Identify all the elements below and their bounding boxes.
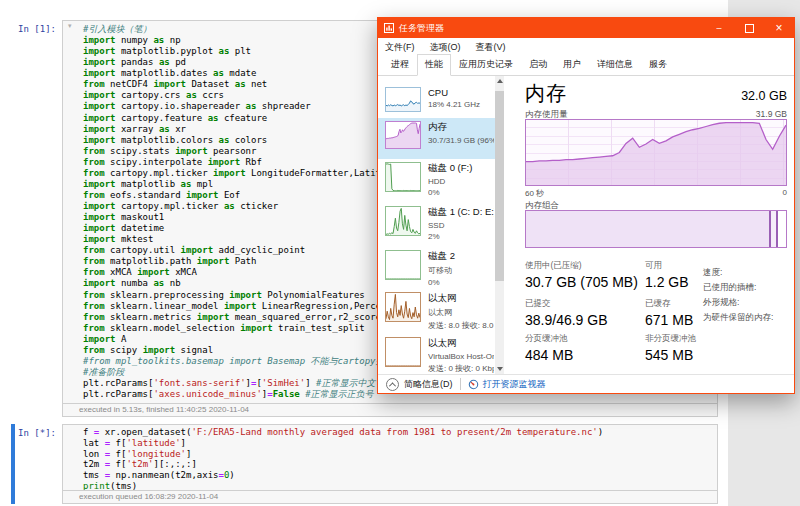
cell2-code-editor[interactable]: f = xr.open_dataset('F:/ERA5-Land monthl…: [63, 425, 717, 490]
composition-divider: [776, 211, 778, 247]
disk0-mini-graph: [386, 163, 420, 191]
cell1-exec-status: executed in 5.13s, finished 11:40:25 202…: [63, 403, 717, 416]
label-hardware-reserved: 为硬件保留的内存:: [703, 310, 773, 325]
minimize-button[interactable]: –: [704, 18, 734, 38]
scrollbar-up-arrow[interactable]: [495, 76, 504, 86]
memory-title: 内存: [525, 80, 567, 107]
disk2-mini-graph: [386, 251, 420, 279]
close-button[interactable]: ×: [764, 18, 794, 38]
details-toggle[interactable]: 简略信息(D): [404, 378, 453, 391]
code-line: lat = f['latitude']: [63, 438, 717, 449]
code-line: print(tms): [63, 481, 717, 490]
code-cell-2[interactable]: f = xr.open_dataset('F:/ERA5-Land monthl…: [62, 424, 718, 504]
label-slots-used: 已使用的插槽:: [703, 280, 773, 295]
tab-startup[interactable]: 启动: [521, 54, 555, 75]
tab-services[interactable]: 服务: [641, 54, 675, 75]
scrollbar-thumb[interactable]: [495, 91, 504, 281]
menu-file[interactable]: 文件(F): [385, 41, 415, 54]
memory-composition-bar: [525, 210, 787, 248]
memory-usage-graph: [525, 119, 787, 186]
collapse-details-icon: [386, 378, 399, 391]
sidebar-scrollbar[interactable]: [495, 76, 504, 374]
tab-performance[interactable]: 性能: [417, 54, 451, 76]
hardware-info-labels: 速度: 已使用的插槽: 外形规格: 为硬件保留的内存:: [703, 265, 773, 325]
disk1-mini-graph: [386, 207, 420, 235]
memory-panel: 内存 32.0 GB 内存使用量 31.9 GB 60 秒 0 内存组合 使用中…: [525, 76, 791, 374]
cpu-mini-graph: [386, 88, 420, 111]
resource-monitor-link[interactable]: 打开资源监视器: [483, 378, 546, 391]
cell2-prompt: In [*]:: [0, 428, 56, 438]
sidebar-item-disk0[interactable]: 磁盘 0 (F:) HDD 0%: [378, 159, 495, 203]
scrollbar-down-arrow[interactable]: [495, 364, 504, 374]
performance-sidebar: CPU 18% 4.21 GHz 内存 30.7/31.9 GB (96%) 磁…: [378, 76, 495, 374]
statusbar: 简略信息(D) 打开资源监视器: [378, 374, 794, 393]
tab-strip: 进程 性能 应用历史记录 启动 用户 详细信息 服务: [378, 56, 794, 76]
task-manager-window: 任务管理器 – × 文件(F) 选项(O) 查看(V) 进程 性能 应用历史记录…: [377, 17, 795, 394]
sidebar-item-cpu[interactable]: CPU 18% 4.21 GHz: [378, 84, 495, 118]
resource-monitor-icon: [468, 379, 479, 390]
stat-committed: 已提交 38.9/46.9 GB: [525, 298, 608, 328]
stat-paged-pool: 分页缓冲池 484 MB: [525, 333, 573, 363]
code-line: f = xr.open_dataset('F:/ERA5-Land monthl…: [63, 427, 717, 438]
titlebar[interactable]: 任务管理器 – ×: [378, 18, 794, 38]
sidebar-item-ethernet2[interactable]: 以太网 VirtualBox Host-On... 发送: 0 接收: 0 Kb…: [378, 334, 495, 374]
cell1-prompt: In [1]:: [0, 24, 56, 34]
memory-total: 32.0 GB: [741, 89, 787, 103]
app-icon: [384, 23, 394, 33]
sidebar-item-ethernet1[interactable]: 以太网 以太网 发送: 8.0 接收: 8.0 Kbps: [378, 289, 495, 334]
code-line: lon = f['longitude']: [63, 449, 717, 460]
label-form-factor: 外形规格:: [703, 295, 773, 310]
stat-non-paged-pool: 非分页缓冲池 545 MB: [645, 333, 696, 363]
graph-axis-right: 0: [783, 188, 787, 197]
graph-axis-left: 60 秒: [525, 188, 544, 199]
sidebar-item-disk2[interactable]: 磁盘 2 可移动 0%: [378, 247, 495, 289]
sidebar-item-memory[interactable]: 内存 30.7/31.9 GB (96%): [378, 118, 495, 159]
code-line: tms = np.nanmean(t2m,axis=0): [63, 470, 717, 481]
maximize-button[interactable]: [734, 18, 764, 38]
tab-processes[interactable]: 进程: [383, 54, 417, 75]
composition-in-use: [526, 211, 769, 247]
memory-mini-graph: [386, 122, 420, 148]
ethernet1-mini-graph: [386, 293, 420, 321]
stat-in-use: 使用中(已压缩) 30.7 GB (705 MB): [525, 260, 638, 290]
ethernet2-mini-graph: [386, 338, 420, 366]
divider: [460, 378, 461, 390]
maximize-icon: [745, 24, 754, 33]
menu-view[interactable]: 查看(V): [476, 41, 506, 54]
screen: In [1]: ▾ #引入模块（笔）import numpy as npimpo…: [0, 0, 800, 506]
sidebar-item-disk1[interactable]: 磁盘 1 (C: D: E:) SSD 2%: [378, 203, 495, 247]
window-title: 任务管理器: [399, 22, 444, 35]
cell2-exec-status: execution queued 16:08:29 2020-11-04: [63, 490, 717, 503]
memory-usage-max: 31.9 GB: [756, 109, 787, 119]
menu-options[interactable]: 选项(O): [430, 41, 461, 54]
tab-details[interactable]: 详细信息: [589, 54, 641, 75]
tab-app-history[interactable]: 应用历史记录: [451, 54, 521, 75]
tab-users[interactable]: 用户: [555, 54, 589, 75]
stat-cached: 已缓存 671 MB: [645, 298, 693, 328]
code-line: t2m = f['t2m'][:,:,:]: [63, 459, 717, 470]
label-speed: 速度:: [703, 265, 773, 280]
stat-available: 可用 1.2 GB: [645, 260, 689, 290]
